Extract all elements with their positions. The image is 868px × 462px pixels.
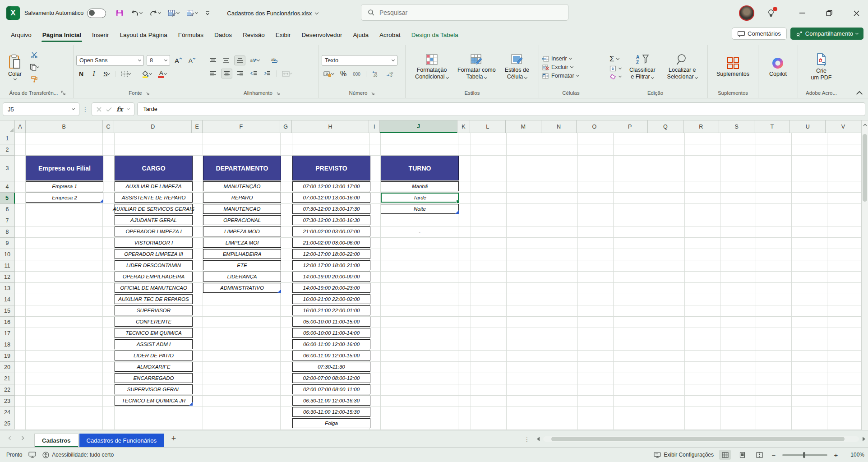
cell-previsto-19[interactable]: 06:30-11:00 12:00-16:30 [292,396,370,406]
cell-departamento-7[interactable]: ETE [203,260,281,270]
cell-cargo-0[interactable]: AUXILIAR DE LIMPEZA [115,181,193,191]
table-header-cargo[interactable]: CARGO [115,156,193,180]
align-right-button[interactable] [235,69,245,79]
row-header-15[interactable]: 15 [0,305,15,317]
ribbon-tab-página-inicial[interactable]: Página Inicial [37,28,87,42]
cell-cargo-4[interactable]: OPERADOR LIMPEZA I [115,226,193,236]
cell-cargo-6[interactable]: OPERADOR LIMPEZA III [115,249,193,259]
row-header-17[interactable]: 17 [0,328,15,339]
borders-button[interactable] [119,69,132,79]
row-header-22[interactable]: 22 [0,384,15,396]
row-header-8[interactable]: 8 [0,226,15,238]
table-header-previsto[interactable]: PREVISTO [292,156,370,180]
normal-view-button[interactable] [719,450,731,460]
avatar[interactable] [739,5,754,21]
search-input[interactable] [379,9,551,16]
wrap-text-button[interactable]: ab [269,55,280,65]
row-header-3[interactable]: 3 [0,156,15,181]
cell-previsto-11[interactable]: 16:00-21:00 22:00-01:00 [292,305,370,315]
ribbon-tab-revisão[interactable]: Revisão [237,28,270,42]
column-header-T[interactable]: T [754,120,790,133]
column-header-P[interactable]: P [612,120,648,133]
cells-area[interactable]: Empresa ou FilialEmpresa 1Empresa 2CARGO… [15,133,861,430]
autosave-control[interactable]: Salvamento Automático [24,9,106,18]
cell-styles-button[interactable]: Estilos deCélula [501,52,533,82]
cell-previsto-15[interactable]: 06:00-11:00 12:00-15:00 [292,351,370,360]
row-header-16[interactable]: 16 [0,317,15,328]
paste-chevron[interactable] [13,77,16,80]
row-header-23[interactable]: 23 [0,396,15,407]
conditional-formatting-button[interactable]: FormataçãoCondicional [411,52,452,82]
zoom-out-button[interactable]: − [771,451,777,459]
comments-button[interactable]: Comentários [732,28,787,40]
accessibility-status[interactable]: Acessibilidade: tudo certo [42,452,114,458]
share-chevron[interactable] [855,31,859,34]
page-break-view-button[interactable] [753,450,765,460]
column-header-M[interactable]: M [506,120,541,133]
underline-chevron[interactable] [107,72,110,75]
name-box-splitter[interactable]: ⋮ [82,106,89,113]
column-header-V[interactable]: V [826,120,861,133]
cell-cargo-2[interactable]: AUXILIAR DE SERVICOS GERAIS [115,204,193,214]
copilot-button[interactable]: Copilot [766,55,790,79]
row-header-20[interactable]: 20 [0,362,15,373]
cell-previsto-18[interactable]: 02:00-07:00 08:00-11:00 [292,384,370,394]
cell-departamento-2[interactable]: MANUTENCAO [203,204,281,214]
cell-cargo-19[interactable]: TECNICO EM QUIMICA JR [115,396,193,406]
cancel-entry-icon[interactable] [97,107,102,112]
align-center-button[interactable] [221,69,232,79]
alignment-dialog-launcher[interactable] [275,91,280,96]
table-header-departamento[interactable]: DEPARTAMENTO [203,156,281,180]
row-header-13[interactable]: 13 [0,283,15,294]
italic-button[interactable]: I [89,69,99,79]
column-header-E[interactable]: E [192,120,203,133]
vertical-scrollbar[interactable] [861,120,868,430]
column-header-J[interactable]: J [380,120,457,133]
excel-logo-icon[interactable]: X [6,6,20,20]
column-header-B[interactable]: B [26,120,103,133]
confirm-entry-icon[interactable] [106,107,112,112]
hscroll-right-arrow[interactable] [863,437,865,441]
zoom-slider-thumb[interactable] [803,452,805,458]
increase-indent-button[interactable] [262,69,272,79]
column-header-K[interactable]: K [457,120,470,133]
table-resize-handle[interactable] [189,402,193,406]
accounting-format-button[interactable] [322,69,336,79]
cell-previsto-1[interactable]: 07:00-12:00 13:00-16:00 [292,193,370,203]
column-header-O[interactable]: O [577,120,612,133]
find-select-button[interactable]: Localizar eSelecionar [664,52,702,82]
decrease-indent-button[interactable] [248,69,259,79]
create-pdf-button[interactable]: Crieum PDF [808,51,836,83]
cell-previsto-0[interactable]: 07:00-12:00 13:00-17:00 [292,181,370,191]
column-header-Q[interactable]: Q [648,120,683,133]
cell-previsto-3[interactable]: 07:30-12:00 13:00-16:30 [292,215,370,225]
accounting-chevron[interactable] [331,72,334,75]
column-header-U[interactable]: U [790,120,826,133]
vertical-scrollbar-thumb[interactable] [863,134,867,202]
row-header-11[interactable]: 11 [0,260,15,272]
align-top-button[interactable] [208,55,218,65]
align-left-button[interactable] [208,69,218,79]
whats-new-button[interactable] [764,6,778,20]
align-middle-button[interactable] [221,55,231,65]
ribbon-tab-layout-da-página[interactable]: Layout da Página [115,28,173,42]
cell-previsto-4[interactable]: 21:00-02:00 03:00-07:00 [292,226,370,236]
copy-chevron[interactable] [36,65,39,68]
cell-previsto-20[interactable]: 06:30-11:00 12:00-15:30 [292,407,370,417]
formula-bar-chevron[interactable] [127,107,130,110]
cut-button[interactable] [28,50,41,60]
autosave-toggle[interactable] [87,9,106,18]
cell-turno-0[interactable]: Manhã [381,181,459,191]
row-header-2[interactable]: 2 [0,144,15,156]
page-layout-view-button[interactable] [736,450,748,460]
row-header-7[interactable]: 7 [0,215,15,226]
table-tool-button-1[interactable] [166,8,181,18]
table-header-turno[interactable]: TURNO [381,156,459,180]
table-tool-2-chevron[interactable] [195,11,198,14]
column-header-F[interactable]: F [203,120,280,133]
select-all-corner[interactable] [0,120,15,133]
cell-departamento-9[interactable]: ADMINISTRATIVO [203,283,281,293]
cell-cargo-14[interactable]: ASSIST ADM I [115,339,193,349]
column-header-N[interactable]: N [541,120,577,133]
cell-cargo-11[interactable]: SUPERVISOR [115,305,193,315]
